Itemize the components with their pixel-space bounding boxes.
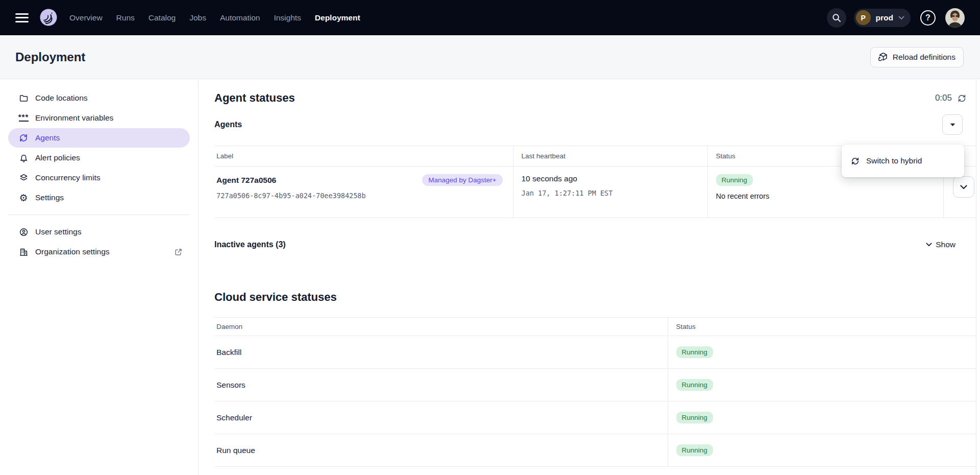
main-content: Agent statuses 0:05 Agents bbox=[199, 80, 980, 475]
sidebar-item-label: Settings bbox=[35, 193, 64, 202]
nav-right-cluster: P prod ? bbox=[827, 8, 965, 28]
daemon-name: Backfill bbox=[214, 348, 241, 357]
folder-icon bbox=[18, 93, 29, 103]
heartbeat-absolute: Jan 17, 1:27:11 PM EST bbox=[522, 189, 707, 197]
status-badge: Running bbox=[676, 379, 713, 391]
sidebar-item-label: Organization settings bbox=[35, 247, 110, 256]
agent-icon bbox=[18, 133, 29, 143]
nav-link-runs[interactable]: Runs bbox=[116, 13, 135, 22]
show-toggle-label: Show bbox=[936, 240, 955, 249]
sidebar-item-alert-policies[interactable]: Alert policies bbox=[8, 148, 190, 168]
daemon-name: Sensors bbox=[214, 381, 246, 389]
search-button[interactable] bbox=[827, 8, 846, 28]
sidebar-item-environment-variables[interactable]: Environment variables bbox=[8, 108, 190, 128]
sidebar-item-label: Code locations bbox=[35, 93, 88, 103]
sidebar-item-code-locations[interactable]: Code locations bbox=[8, 88, 190, 108]
help-button[interactable]: ? bbox=[918, 8, 938, 28]
sidebar-item-label: Concurrency limits bbox=[35, 173, 100, 182]
cloud-services-table: Daemon Status Backfill Running Sensors R… bbox=[214, 317, 976, 467]
sidebar-item-label: User settings bbox=[35, 227, 81, 236]
agent-icon bbox=[851, 157, 860, 165]
sidebar-item-label: Agents bbox=[35, 133, 60, 142]
external-link-icon bbox=[174, 248, 183, 256]
sidebar-item-agents[interactable]: Agents bbox=[8, 128, 190, 148]
nav-link-catalog[interactable]: Catalog bbox=[149, 13, 176, 22]
primary-nav-links: Overview Runs Catalog Jobs Automation In… bbox=[69, 13, 360, 22]
hamburger-menu-icon[interactable] bbox=[15, 13, 29, 22]
menu-item-switch-to-hybrid[interactable]: Switch to hybrid bbox=[866, 156, 922, 165]
sidebar-item-organization-settings[interactable]: Organization settings bbox=[8, 242, 190, 262]
nav-link-jobs[interactable]: Jobs bbox=[189, 13, 206, 22]
cloud-table-header-row: Daemon Status bbox=[214, 318, 976, 336]
inactive-agents-title: Inactive agents (3) bbox=[214, 240, 286, 249]
bell-icon bbox=[18, 153, 29, 163]
daemon-name: Scheduler bbox=[214, 413, 252, 422]
column-header-daemon: Daemon bbox=[214, 318, 668, 336]
nav-link-insights[interactable]: Insights bbox=[274, 13, 301, 22]
gear-icon bbox=[18, 193, 29, 203]
sidebar-item-user-settings[interactable]: User settings bbox=[8, 222, 190, 242]
status-badge: Running bbox=[676, 346, 713, 358]
status-badge: Running bbox=[676, 444, 713, 456]
daemon-row-run-queue: Run queue Running bbox=[214, 434, 976, 467]
top-nav: Overview Runs Catalog Jobs Automation In… bbox=[0, 0, 980, 35]
reload-definitions-button[interactable]: Reload definitions bbox=[870, 47, 964, 67]
env-vars-icon bbox=[18, 113, 29, 123]
chevron-down-icon bbox=[926, 243, 932, 247]
agent-statuses-title: Agent statuses bbox=[214, 91, 295, 105]
page-header: Deployment Reload definitions bbox=[0, 35, 980, 79]
nav-link-automation[interactable]: Automation bbox=[220, 13, 260, 22]
sidebar-item-label: Alert policies bbox=[35, 153, 80, 162]
deployment-switcher-label: prod bbox=[876, 13, 893, 22]
refresh-countdown-value: 0:05 bbox=[935, 93, 952, 103]
dagster-logo-icon[interactable] bbox=[38, 7, 59, 29]
sidebar-item-concurrency-limits[interactable]: Concurrency limits bbox=[8, 168, 190, 187]
reload-definitions-label: Reload definitions bbox=[893, 53, 955, 62]
help-icon: ? bbox=[920, 10, 936, 26]
agent-row-expand-button[interactable] bbox=[953, 176, 974, 198]
column-header-last-heartbeat: Last heartbeat bbox=[513, 146, 707, 167]
status-badge: Running bbox=[716, 174, 753, 186]
daemon-row-backfill: Backfill Running bbox=[214, 336, 976, 369]
daemon-row-sensors: Sensors Running bbox=[214, 369, 976, 401]
sidebar-divider bbox=[8, 215, 190, 215]
nav-link-deployment[interactable]: Deployment bbox=[315, 13, 360, 22]
layers-icon bbox=[18, 173, 29, 183]
deployment-sidebar: Code locations Environment variables Age… bbox=[0, 80, 199, 475]
cloud-service-statuses-title: Cloud service statuses bbox=[214, 291, 976, 304]
deployment-avatar: P bbox=[856, 10, 871, 25]
agent-name[interactable]: Agent 727a0506 bbox=[216, 176, 276, 185]
column-header-label: Label bbox=[214, 146, 513, 167]
refresh-countdown[interactable]: 0:05 bbox=[935, 93, 967, 103]
caret-down-icon bbox=[950, 123, 955, 127]
user-avatar[interactable] bbox=[945, 8, 965, 28]
user-photo bbox=[945, 8, 965, 28]
sidebar-item-label: Environment variables bbox=[35, 113, 113, 123]
deployment-switcher[interactable]: P prod bbox=[854, 9, 911, 27]
daemon-name: Run queue bbox=[214, 446, 255, 455]
reload-package-icon bbox=[878, 52, 888, 62]
sidebar-item-settings[interactable]: Settings bbox=[8, 188, 190, 207]
column-header-status: Status bbox=[668, 318, 976, 336]
agents-actions-menu: Switch to hybrid bbox=[842, 145, 964, 177]
refresh-icon bbox=[957, 93, 967, 103]
status-note: No recent errors bbox=[716, 192, 943, 200]
user-circle-icon bbox=[18, 227, 29, 237]
agent-id: 727a0506-8c97-4b95-a024-70ee3984258b bbox=[216, 192, 513, 200]
building-icon bbox=[18, 247, 29, 257]
managed-by-badge: Managed by Dagster+ bbox=[422, 174, 502, 186]
nav-link-overview[interactable]: Overview bbox=[69, 13, 103, 22]
page-title: Deployment bbox=[15, 50, 85, 64]
heartbeat-relative: 10 seconds ago bbox=[522, 174, 707, 183]
chevron-down-icon bbox=[898, 16, 904, 20]
agents-actions-dropdown-button[interactable] bbox=[942, 114, 963, 135]
inactive-agents-show-toggle[interactable]: Show bbox=[926, 240, 955, 249]
chevron-down-icon bbox=[960, 185, 967, 189]
daemon-row-scheduler: Scheduler Running bbox=[214, 401, 976, 434]
status-badge: Running bbox=[676, 412, 713, 423]
agents-section-title: Agents bbox=[214, 120, 242, 129]
search-icon bbox=[831, 13, 842, 23]
